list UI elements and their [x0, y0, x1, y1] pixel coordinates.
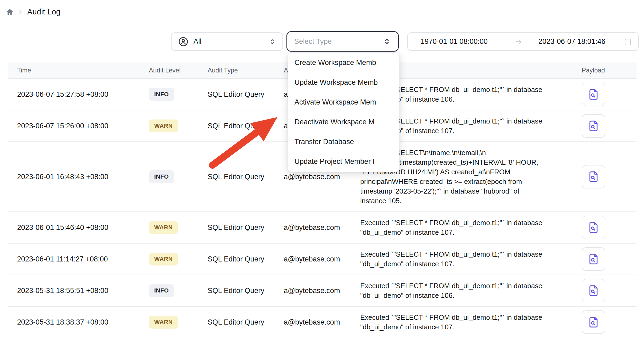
time-cell: 2023-05-31 18:55:51 +08:00: [17, 287, 149, 295]
table-row: 2023-06-01 11:14:27 +08:00 WARN SQL Edit…: [8, 244, 637, 275]
view-payload-button[interactable]: [582, 216, 605, 239]
audit-level-badge: WARN: [149, 221, 178, 234]
type-dropdown-item[interactable]: Update Workspace Memb: [288, 72, 399, 92]
column-header-time: Time: [17, 67, 149, 74]
breadcrumb: Audit Log: [6, 7, 60, 16]
audit-type-cell: SQL Editor Query: [208, 90, 284, 99]
file-search-icon: [587, 253, 600, 265]
view-payload-button[interactable]: [582, 247, 605, 271]
column-header-payload: Payload: [582, 67, 637, 74]
audit-level-badge: WARN: [149, 316, 178, 329]
updown-chevrons-icon: [383, 37, 391, 45]
audit-type-cell: SQL Editor Query: [208, 287, 284, 295]
table-row: 2023-06-01 15:46:40 +08:00 WARN SQL Edit…: [8, 212, 637, 244]
table-row: 2023-05-31 18:55:51 +08:00 INFO SQL Edit…: [8, 275, 637, 307]
comment-cell: Executed `"SELECT * FROM db_ui_demo.t1;"…: [360, 275, 582, 306]
file-search-icon: [587, 316, 600, 328]
actor-cell: a@bytebase.com: [284, 224, 360, 232]
calendar-icon: [623, 37, 632, 46]
time-cell: 2023-06-07 15:26:00 +08:00: [17, 122, 149, 130]
table-row: 2023-05-31 18:38:37 +08:00 WARN SQL Edit…: [8, 307, 637, 338]
date-range-start[interactable]: 1970-01-01 08:00:00: [421, 37, 488, 46]
type-dropdown-item[interactable]: Activate Workspace Mem: [288, 92, 399, 112]
date-range-picker[interactable]: 1970-01-01 08:00:00 2023-06-07 18:01:46: [407, 32, 639, 51]
file-search-icon: [587, 171, 600, 183]
file-search-icon: [587, 221, 600, 234]
file-search-icon: [587, 88, 600, 101]
time-cell: 2023-05-31 18:38:37 +08:00: [17, 318, 149, 326]
view-payload-button[interactable]: [582, 279, 605, 302]
column-header-audit-level: Audit Level: [149, 67, 208, 74]
audit-log-page: Audit Log All Select Type 1970-01-01 08:…: [0, 0, 644, 339]
date-range-end[interactable]: 2023-06-07 18:01:46: [538, 37, 606, 46]
file-search-icon: [587, 284, 600, 297]
actor-cell: a@bytebase.com: [284, 318, 360, 326]
type-filter-placeholder: Select Type: [294, 37, 332, 46]
view-payload-button[interactable]: [582, 165, 605, 188]
actor-cell: a@bytebase.com: [284, 287, 360, 295]
arrow-right-icon: [514, 37, 523, 46]
audit-level-badge: INFO: [149, 88, 174, 101]
time-cell: 2023-06-01 16:48:43 +08:00: [17, 173, 149, 181]
page-title: Audit Log: [27, 7, 60, 16]
audit-level-badge: INFO: [149, 284, 174, 297]
time-cell: 2023-06-01 15:46:40 +08:00: [17, 224, 149, 232]
column-header-audit-type: Audit Type: [208, 67, 284, 74]
actor-cell: a@bytebase.com: [284, 255, 360, 263]
actor-filter-select[interactable]: All: [171, 32, 283, 51]
audit-level-badge: WARN: [149, 120, 178, 132]
comment-cell: Executed `"SELECT * FROM db_ui_demo.t1;"…: [360, 244, 582, 275]
audit-level-badge: WARN: [149, 253, 178, 265]
user-circle-icon: [178, 36, 189, 47]
actor-filter-value: All: [193, 37, 201, 46]
view-payload-button[interactable]: [582, 114, 605, 138]
view-payload-button[interactable]: [582, 310, 605, 334]
view-payload-button[interactable]: [582, 83, 605, 106]
audit-type-cell: SQL Editor Query: [208, 255, 284, 263]
actor-cell: a@bytebase.com: [284, 173, 360, 181]
comment-cell: Executed `"SELECT * FROM db_ui_demo.t1;"…: [360, 307, 582, 338]
updown-chevrons-icon: [269, 38, 276, 45]
chevron-right-icon: [18, 9, 24, 15]
audit-type-cell: SQL Editor Query: [208, 318, 284, 326]
type-filter-select[interactable]: Select Type: [286, 31, 399, 52]
audit-type-cell: SQL Editor Query: [208, 224, 284, 232]
home-icon[interactable]: [6, 8, 14, 16]
type-dropdown-menu: Create Workspace MembUpdate Workspace Me…: [288, 52, 399, 172]
type-dropdown-item[interactable]: Update Project Member I: [288, 152, 399, 172]
type-dropdown-item[interactable]: Deactivate Workspace M: [288, 112, 399, 132]
type-dropdown-item[interactable]: Create Workspace Memb: [288, 53, 399, 72]
time-cell: 2023-06-01 11:14:27 +08:00: [17, 255, 149, 263]
comment-cell: Executed `"SELECT * FROM db_ui_demo.t1;"…: [360, 212, 582, 243]
time-cell: 2023-06-07 15:27:58 +08:00: [17, 90, 149, 99]
audit-level-badge: INFO: [149, 170, 174, 183]
audit-type-cell: SQL Editor Query: [208, 122, 284, 130]
audit-type-cell: SQL Editor Query: [208, 173, 284, 181]
file-search-icon: [587, 120, 600, 132]
type-dropdown-item[interactable]: Transfer Database: [288, 132, 399, 152]
